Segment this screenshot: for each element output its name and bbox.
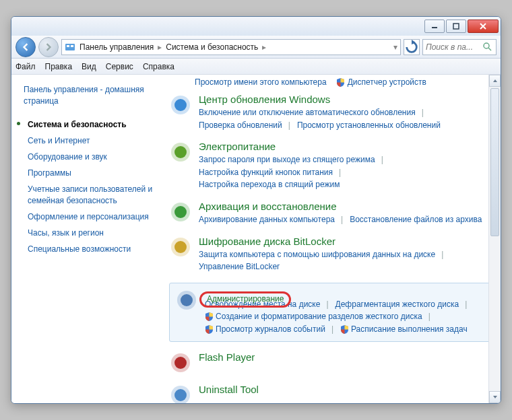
minimize-button[interactable] [424, 20, 445, 33]
category-link[interactable]: Восстановление файлов из архива [350, 213, 482, 226]
category: ЭлектропитаниеЗапрос пароля при выходе и… [169, 141, 501, 191]
svg-point-8 [174, 99, 187, 111]
category: Шифрование диска BitLockerЗащита компьют… [169, 236, 501, 273]
category-link[interactable]: Просмотр установленных обновлений [297, 119, 441, 132]
scrollbar [488, 75, 501, 403]
forward-button[interactable] [38, 37, 59, 57]
shield-icon [205, 325, 214, 334]
shield-icon [340, 325, 349, 334]
category-link[interactable]: Настройка перехода в спящий режим [199, 178, 340, 191]
menu-bar: Файл Правка Вид Сервис Справка [11, 59, 501, 75]
scroll-up-button[interactable] [489, 75, 501, 87]
top-links-row: Просмотр имени этого компьютераДиспетчер… [195, 77, 501, 87]
window-titlebar [11, 17, 501, 36]
maximize-button[interactable] [446, 20, 466, 33]
back-button[interactable] [15, 37, 36, 57]
category-link[interactable]: Защита компьютера с помощью шифрования д… [199, 248, 443, 261]
main-panel: Просмотр имени этого компьютераДиспетчер… [162, 75, 501, 403]
search-box[interactable] [422, 39, 497, 55]
category-link[interactable]: Запрос пароля при выходе из спящего режи… [199, 153, 383, 166]
category-icon [169, 236, 192, 258]
menu-view[interactable]: Вид [82, 62, 96, 71]
category-title[interactable]: Архивация и восстановление [199, 201, 487, 212]
category-title[interactable]: Электропитание [199, 141, 487, 152]
breadcrumb-root[interactable]: Панель управления [79, 42, 154, 52]
svg-point-16 [181, 294, 193, 306]
svg-point-10 [174, 146, 187, 158]
top-link[interactable]: Просмотр имени этого компьютера [195, 77, 327, 87]
category-link[interactable]: Дефрагментация жесткого диска| [335, 298, 468, 311]
sidebar-home-link[interactable]: Панель управления - домашняя страница [24, 84, 160, 107]
category-icon [169, 94, 192, 116]
sidebar-item[interactable]: Часы, язык и регион [24, 225, 160, 241]
category-link[interactable]: Проверка обновлений| [199, 119, 290, 132]
category: Архивация и восстановлениеАрхивирование … [169, 201, 501, 226]
sidebar-item[interactable]: Оборудование и звук [24, 149, 160, 165]
refresh-button[interactable] [404, 39, 420, 55]
category-icon [175, 289, 198, 312]
close-button[interactable] [468, 20, 499, 33]
category-icon [169, 384, 192, 403]
breadcrumb-current[interactable]: Система и безопасность [166, 42, 258, 52]
search-icon [482, 42, 493, 53]
category-link[interactable]: Управление BitLocker [199, 260, 280, 273]
sidebar-item[interactable]: Система и безопасность [24, 116, 160, 133]
svg-rect-1 [453, 24, 459, 29]
category-icon [169, 201, 192, 223]
scroll-down-button[interactable] [489, 391, 501, 403]
category-icon [169, 141, 192, 164]
category-link[interactable]: Расписание выполнения задач [340, 323, 468, 336]
scroll-thumb[interactable] [490, 88, 499, 236]
svg-line-6 [488, 48, 491, 50]
sidebar-list: Система и безопасностьСеть и ИнтернетОбо… [24, 116, 160, 258]
svg-rect-4 [71, 45, 73, 47]
category-title[interactable]: Flash Player [199, 351, 487, 363]
category-title[interactable]: Центр обновления Windows [199, 94, 487, 105]
menu-edit[interactable]: Правка [45, 62, 73, 71]
content-area: Панель управления - домашняя страница Си… [11, 75, 501, 403]
category: АдминистрированиеОсвобождение места на д… [169, 283, 501, 342]
menu-help[interactable]: Справка [143, 62, 174, 71]
svg-point-20 [174, 389, 187, 401]
category-link[interactable]: Освобождение места на диске| [205, 298, 329, 311]
category-link[interactable]: Архивирование данных компьютера| [199, 213, 343, 226]
category-icon [169, 351, 192, 374]
shield-icon [205, 312, 214, 321]
category-link[interactable]: Настройка функций кнопок питания| [199, 166, 341, 179]
address-bar[interactable]: Панель управления ▸ Система и безопаснос… [61, 39, 401, 55]
control-panel-window: Панель управления ▸ Система и безопаснос… [11, 16, 501, 404]
control-panel-icon [65, 42, 75, 53]
search-input[interactable] [426, 42, 480, 52]
nav-toolbar: Панель управления ▸ Система и безопаснос… [11, 36, 501, 59]
category: Flash Player [169, 351, 501, 374]
category-title[interactable]: Uninstall Tool [199, 384, 487, 395]
sidebar-item[interactable]: Учетные записи пользователей и семейная … [24, 181, 160, 208]
menu-tools[interactable]: Сервис [106, 62, 133, 71]
category-link[interactable]: Просмотр журналов событий| [205, 323, 333, 336]
top-link[interactable]: Диспетчер устройств [336, 77, 426, 87]
sidebar-item[interactable]: Оформление и персонализация [24, 209, 160, 225]
category-link[interactable]: Создание и форматирование разделов жестк… [205, 310, 430, 323]
sidebar-item[interactable]: Сеть и Интернет [24, 133, 160, 149]
svg-point-12 [174, 206, 187, 218]
svg-point-14 [174, 241, 187, 253]
shield-icon [336, 78, 345, 87]
svg-rect-3 [67, 45, 69, 47]
sidebar: Панель управления - домашняя страница Си… [11, 75, 162, 403]
category: Uninstall Tool [169, 384, 501, 403]
category-title[interactable]: Шифрование диска BitLocker [199, 236, 487, 247]
svg-point-18 [174, 357, 187, 369]
dropdown-icon[interactable]: ▾ [393, 42, 397, 52]
category: Центр обновления WindowsВключение или от… [169, 94, 501, 131]
svg-point-5 [484, 43, 489, 48]
sidebar-item[interactable]: Специальные возможности [24, 241, 160, 257]
chevron-right-icon: ▸ [262, 42, 266, 52]
sidebar-item[interactable]: Программы [24, 165, 160, 181]
category-link[interactable]: Включение или отключение автоматического… [199, 106, 424, 119]
menu-file[interactable]: Файл [15, 62, 36, 71]
chevron-right-icon: ▸ [158, 42, 162, 52]
